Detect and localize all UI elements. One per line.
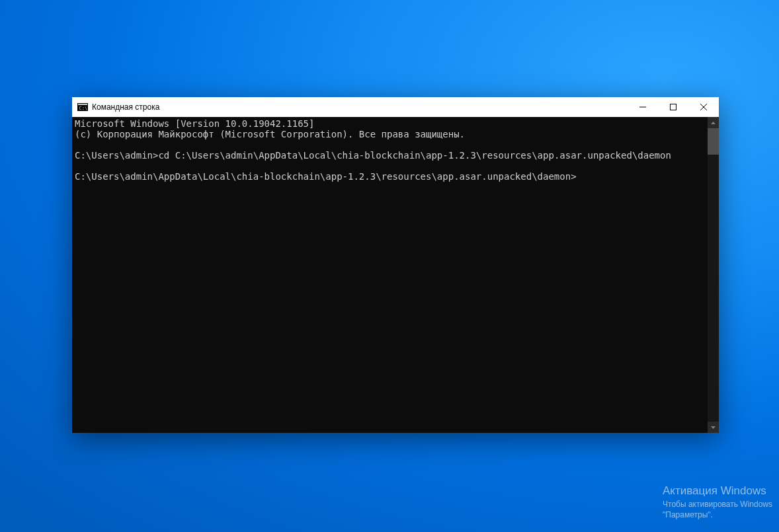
- svg-rect-1: [78, 104, 87, 105]
- scrollbar-thumb[interactable]: [708, 128, 719, 155]
- titlebar[interactable]: C:\ Командная строка: [72, 97, 719, 117]
- maximize-button[interactable]: [658, 97, 688, 117]
- terminal-line: (c) Корпорация Майкрософт (Microsoft Cor…: [75, 129, 465, 139]
- svg-text:C:\: C:\: [79, 106, 88, 111]
- watermark-title: Активация Windows: [663, 484, 772, 498]
- cmd-icon: C:\: [77, 102, 88, 112]
- client-area: Microsoft Windows [Version 10.0.19042.11…: [72, 117, 719, 433]
- scrollbar-track[interactable]: [708, 128, 719, 422]
- activation-watermark: Активация Windows Чтобы активировать Win…: [663, 484, 772, 520]
- minimize-button[interactable]: [628, 97, 658, 117]
- terminal-output[interactable]: Microsoft Windows [Version 10.0.19042.11…: [72, 117, 708, 433]
- scroll-up-button[interactable]: [708, 117, 719, 128]
- terminal-prompt: C:\Users\admin\AppData\Local\chia-blockc…: [75, 171, 577, 182]
- scroll-down-button[interactable]: [708, 422, 719, 433]
- terminal-prompt: C:\Users\admin>: [75, 150, 158, 161]
- svg-rect-5: [671, 104, 676, 110]
- terminal-command: cd C:\Users\admin\AppData\Local\chia-blo…: [158, 150, 671, 161]
- watermark-subtitle: Чтобы активировать Windows: [663, 499, 772, 510]
- close-button[interactable]: [688, 97, 719, 117]
- window-title: Командная строка: [92, 102, 159, 112]
- watermark-subtitle: "Параметры".: [663, 510, 772, 520]
- vertical-scrollbar[interactable]: [708, 117, 719, 433]
- terminal-line: Microsoft Windows [Version 10.0.19042.11…: [75, 118, 314, 129]
- command-prompt-window: C:\ Командная строка Microsoft Windows […: [72, 97, 719, 433]
- svg-rect-4: [639, 107, 646, 108]
